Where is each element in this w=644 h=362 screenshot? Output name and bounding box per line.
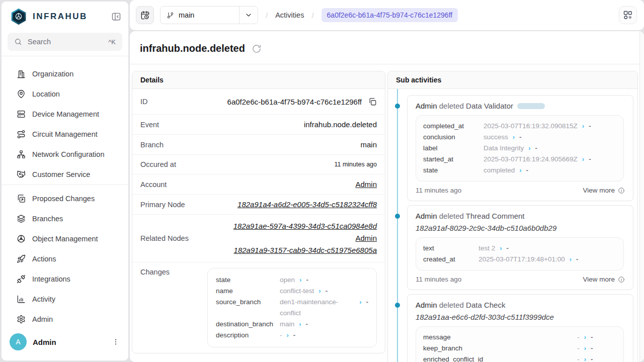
change-arrow-icon xyxy=(299,319,301,330)
detail-row-account: Account Admin xyxy=(132,174,385,195)
branch-selector-value[interactable]: main xyxy=(160,7,239,24)
change-row: source_branch den1-maintenance-conflict … xyxy=(216,297,368,319)
user-options-button[interactable] xyxy=(110,336,121,347)
sidebar-item-customer-service[interactable]: Customer Service xyxy=(2,164,128,185)
sidebar-item-integrations[interactable]: Integrations xyxy=(2,269,128,289)
sidebar-item-network-configuration[interactable]: Network Configuration xyxy=(2,144,128,164)
time-travel-button[interactable] xyxy=(136,6,154,24)
infrahub-logo-icon xyxy=(10,8,28,26)
sidebar: INFRAHUB Search ^K Organization Location… xyxy=(1,1,129,361)
sub-activity-card: Admin deleted Data Check 182a91aa-e6c6-d… xyxy=(407,294,633,362)
sidebar-collapse-button[interactable] xyxy=(110,11,122,23)
change-arrow-icon xyxy=(500,244,502,252)
change-value: main xyxy=(280,319,294,330)
view-more-button[interactable]: View more xyxy=(583,276,625,283)
field-key: conclusion xyxy=(423,132,484,143)
building-icon xyxy=(17,69,26,78)
copy-icon xyxy=(368,97,377,106)
activity-action: deleted xyxy=(439,102,464,110)
activity-action: deleted xyxy=(439,212,464,220)
content-area: infrahub.node.deleted Details ID 6a0f2e6… xyxy=(130,31,644,362)
activity-action: deleted xyxy=(439,301,464,309)
sidebar-item-device-management[interactable]: Device Management xyxy=(2,104,128,124)
field-value: 2025-03-07T17:19:48+01:00 xyxy=(478,255,565,263)
change-arrow-icon xyxy=(584,355,586,362)
change-key: description xyxy=(216,330,275,341)
detail-value-id: 6a0f2e6c-b61a-4f75-b974-c76c1e1296ff xyxy=(227,98,362,106)
field-value: - xyxy=(577,333,580,341)
sub-activities-panel: Sub activities Admin deleted Data Valida… xyxy=(387,71,638,362)
breadcrumb-activities[interactable]: Activities xyxy=(275,11,304,19)
activity-field-row: message -- xyxy=(423,332,616,343)
copy-button[interactable] xyxy=(368,97,377,106)
related-node-link[interactable]: Admin xyxy=(355,234,377,242)
workflow-button[interactable] xyxy=(619,6,637,24)
timeline-dot xyxy=(395,104,400,109)
account-link[interactable]: Admin xyxy=(355,180,377,189)
detail-value-branch: main xyxy=(360,140,377,149)
branch-selector[interactable]: main xyxy=(160,6,258,24)
activity-object: Thread Comment xyxy=(466,212,525,220)
change-value: - xyxy=(280,330,282,341)
sidebar-item-proposed-changes[interactable]: Proposed Changes xyxy=(2,189,128,209)
activity-actor: Admin xyxy=(416,301,437,309)
refresh-button[interactable] xyxy=(252,44,262,54)
chevron-down-icon xyxy=(245,11,253,19)
scrollbar[interactable] xyxy=(639,31,644,362)
related-node-link[interactable]: 182a91ae-597a-4399-34d3-c51ca0984e8d xyxy=(233,222,377,230)
change-after: - xyxy=(366,297,369,308)
primary-node-link[interactable]: 182a91a4-a6d2-e005-34d5-c5182324cff8 xyxy=(237,200,377,209)
sidebar-item-actions[interactable]: Actions xyxy=(2,249,128,269)
field-key: text xyxy=(423,243,478,254)
sidebar-item-activity[interactable]: Activity xyxy=(2,289,128,309)
breadcrumb-activity-id[interactable]: 6a0f2e6c-b61a-4f75-b974-c76c1e1296ff xyxy=(321,8,458,22)
breadcrumb-separator: / xyxy=(266,11,268,20)
sidebar-item-label: Object Management xyxy=(32,235,98,243)
field-key: created_at xyxy=(423,254,478,265)
sub-activities-timeline: Admin deleted Data Validator completed_a… xyxy=(388,89,637,362)
sidebar-item-label: Customer Service xyxy=(32,170,90,178)
sidebar-item-object-management[interactable]: Object Management xyxy=(2,229,128,249)
panel-collapse-icon xyxy=(111,12,121,22)
activity-field-row: completed_at 2025-03-07T16:19:32.090815Z… xyxy=(423,121,616,132)
activity-field-row: started_at 2025-03-07T16:19:24.905669Z- xyxy=(423,154,616,165)
related-node-link[interactable]: 182a91a9-3157-cab9-34dc-c51975e6805a xyxy=(234,246,377,254)
server-icon xyxy=(17,110,26,119)
activity-field-row: text test 2- xyxy=(423,243,616,254)
activity-field-row: state completed- xyxy=(423,165,616,176)
field-value: Data Integrity xyxy=(484,144,524,152)
search-input[interactable]: Search ^K xyxy=(8,33,122,51)
activity-actor: Admin xyxy=(416,102,437,110)
change-value: den1-maintenance-conflict xyxy=(280,297,355,319)
sub-activity-card: Admin deleted Thread Comment 182a91af-80… xyxy=(407,205,633,290)
topbar: main / Activities / 6a0f2e6c-b61a-4f75-b… xyxy=(130,0,644,30)
branch-selector-caret[interactable] xyxy=(239,7,258,24)
change-arrow-icon xyxy=(584,344,586,352)
search-icon xyxy=(14,38,22,46)
view-more-button[interactable]: View more xyxy=(583,187,625,194)
change-key: name xyxy=(216,286,275,297)
avatar: A xyxy=(10,333,27,350)
field-key: enriched_conflict_id xyxy=(423,354,577,362)
field-value: test 2 xyxy=(478,244,495,252)
sidebar-item-branches[interactable]: Branches xyxy=(2,209,128,229)
change-arrow-icon xyxy=(528,144,530,152)
field-after: - xyxy=(591,355,593,362)
sidebar-item-organization[interactable]: Organization xyxy=(2,64,128,84)
field-after: - xyxy=(589,122,591,130)
timeline-dot xyxy=(395,214,400,219)
sub-activity-footer: 11 minutes ago View more xyxy=(416,187,625,194)
wheel-icon xyxy=(17,234,26,243)
detail-row-branch: Branch main xyxy=(132,135,385,155)
detail-row-id: ID 6a0f2e6c-b61a-4f75-b974-c76c1e1296ff xyxy=(132,89,385,115)
field-value: - xyxy=(577,355,580,362)
sidebar-item-location[interactable]: Location xyxy=(2,84,128,104)
user-menu[interactable]: A Admin xyxy=(2,329,128,360)
detail-label: Account xyxy=(140,180,167,189)
field-value: 2025-03-07T16:19:32.090815Z xyxy=(484,122,578,130)
sidebar-item-admin[interactable]: Admin xyxy=(2,309,128,329)
change-row: description - - xyxy=(216,330,368,341)
sidebar-item-circuit-management[interactable]: Circuit Management xyxy=(2,124,128,144)
detail-label: Event xyxy=(140,121,159,129)
field-after: - xyxy=(591,333,593,341)
